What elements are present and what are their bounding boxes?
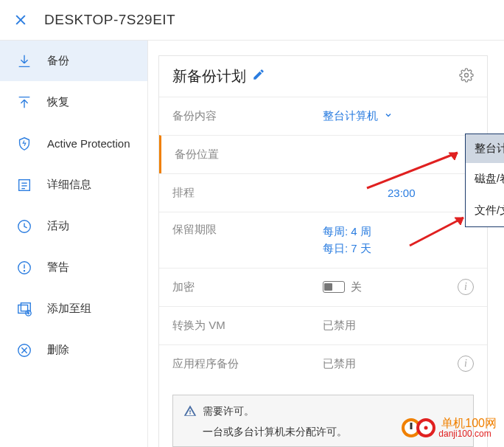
sidebar-item-active-protection[interactable]: Active Protection [0,123,147,164]
row-label: 备份内容 [172,109,320,123]
sidebar-item-add-to-group[interactable]: 添加至组 [0,288,147,330]
row-backup-content[interactable]: 备份内容 整台计算机 [159,97,487,135]
sidebar-item-backup[interactable]: 备份 [0,41,147,82]
sidebar-item-label: 恢复 [47,95,69,109]
row-schedule[interactable]: 排程 23:00 [159,173,487,212]
row-label: 备份位置 [175,148,322,162]
window-title: DESKTOP-7S29EIT [44,12,175,28]
dropdown-option-files[interactable]: 文件/文件夹 [466,195,504,226]
dropdown-option-whole-computer[interactable]: 整台计算机 [466,134,504,163]
add-group-icon [16,301,32,317]
row-value: 已禁用 [320,357,458,371]
row-value: 关 [320,280,458,294]
svg-rect-11 [21,302,30,311]
row-retention[interactable]: 保留期限 每周: 4 周 每日: 7 天 [159,212,487,268]
delete-icon [16,342,32,358]
row-label: 保留期限 [172,223,320,237]
row-app-backup: 应用程序备份 已禁用 i [159,344,487,383]
panel-title-wrap: 新备份计划 [172,66,265,86]
sidebar-item-label: 添加至组 [47,302,91,316]
sidebar-item-details[interactable]: 详细信息 [0,164,147,206]
clock-icon [16,218,32,235]
info-icon[interactable]: i [458,356,474,372]
download-icon [16,53,32,69]
sidebar-item-activities[interactable]: 活动 [0,206,147,247]
encryption-switch[interactable] [323,281,345,293]
upload-icon [16,94,32,111]
alert-icon [16,260,32,276]
row-convert-vm[interactable]: 转换为 VM 已禁用 [159,306,487,344]
svg-point-18 [465,73,469,77]
row-label: 应用程序备份 [172,357,320,371]
row-value: 每周: 4 周 每日: 7 天 [320,223,474,257]
edit-icon[interactable] [252,68,265,85]
sidebar: 备份 恢复 Active Protection 详细信息 活动 警告 添加至组 [0,40,147,447]
shield-icon [16,136,32,152]
chevron-down-icon [384,109,393,122]
row-value: 整台计算机 [320,109,474,123]
row-value: 已禁用 [320,319,474,333]
warning-icon [183,404,197,420]
sidebar-item-label: Active Protection [47,137,130,150]
dropdown-option-disks[interactable]: 磁盘/卷 [466,163,504,195]
topbar: DESKTOP-7S29EIT [0,0,504,40]
sidebar-item-label: 活动 [47,219,69,233]
panel: 新备份计划 备份内容 整台计算机 备 [158,55,488,447]
sidebar-item-label: 警告 [47,260,69,274]
svg-point-9 [24,270,24,271]
close-icon[interactable] [10,10,31,30]
row-backup-location[interactable]: 备份位置 [159,135,487,173]
row-encryption: 加密 关 i [159,268,487,306]
panel-title: 新备份计划 [172,66,246,86]
row-label: 加密 [172,280,320,294]
info-icon[interactable]: i [458,279,474,295]
details-icon [16,177,32,193]
row-value: 23:00 [320,187,474,199]
row-label: 转换为 VM [172,319,320,333]
sidebar-item-label: 备份 [47,54,69,68]
sidebar-item-alerts[interactable]: 警告 [0,247,147,288]
row-label: 排程 [172,186,320,200]
gear-icon[interactable] [459,68,474,86]
sidebar-item-label: 删除 [47,343,69,357]
sidebar-item-recover[interactable]: 恢复 [0,82,147,123]
sidebar-item-delete[interactable]: 删除 [0,330,147,371]
watermark: 单机100网 danji100.com [402,417,497,438]
backup-content-dropdown: 整台计算机 磁盘/卷 文件/文件夹 [465,134,504,227]
sidebar-item-label: 详细信息 [47,178,91,192]
